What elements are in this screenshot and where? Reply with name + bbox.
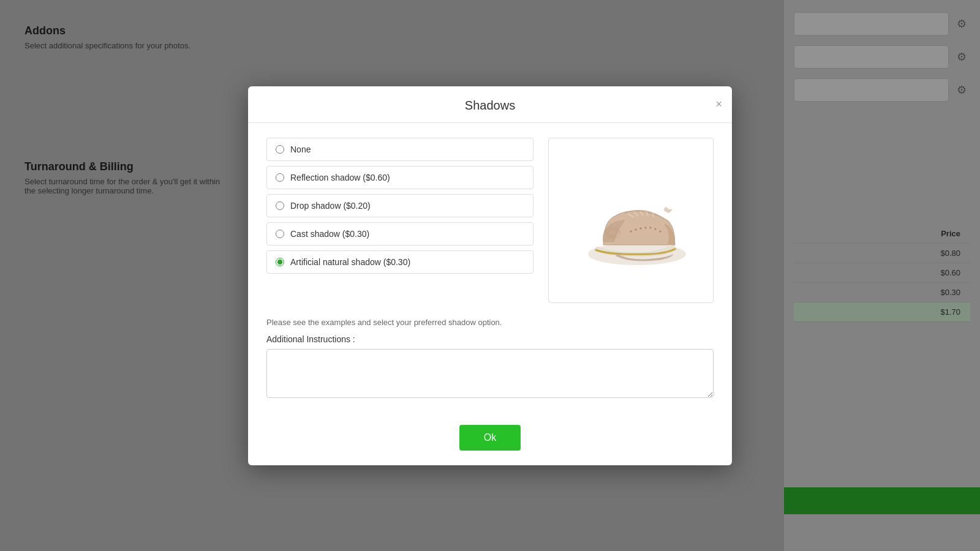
modal-body: None Reflection shadow ($0.60) Drop shad… (248, 123, 732, 415)
radio-drop[interactable] (276, 201, 284, 210)
option-drop[interactable]: Drop shadow ($0.20) (266, 194, 533, 217)
svg-line-7 (653, 212, 654, 217)
modal-header: Shadows × (248, 86, 732, 123)
option-artificial[interactable]: Artificial natural shadow ($0.30) (266, 250, 533, 274)
option-none[interactable]: None (266, 138, 533, 161)
svg-point-12 (650, 227, 652, 228)
option-none-label: None (290, 144, 311, 154)
option-artificial-label: Artificial natural shadow ($0.30) (290, 257, 410, 267)
option-cast-label: Cast shadow ($0.30) (290, 229, 369, 239)
svg-point-13 (655, 228, 657, 230)
svg-point-11 (645, 227, 647, 228)
shadow-options-panel: None Reflection shadow ($0.60) Drop shad… (266, 138, 533, 303)
additional-instructions-textarea[interactable] (266, 349, 714, 398)
radio-none[interactable] (276, 145, 284, 154)
modal-title: Shadows (465, 99, 515, 113)
ok-button[interactable]: Ok (459, 425, 521, 451)
shoe-svg (570, 159, 692, 282)
option-reflection[interactable]: Reflection shadow ($0.60) (266, 166, 533, 189)
modal-footer: Ok (248, 415, 732, 465)
option-drop-label: Drop shadow ($0.20) (290, 201, 371, 211)
svg-point-14 (660, 230, 662, 232)
shoe-preview-panel (548, 138, 714, 303)
radio-reflection[interactable] (276, 173, 284, 182)
additional-instructions-label: Additional Instructions : (266, 334, 714, 344)
svg-point-8 (630, 230, 632, 232)
option-reflection-label: Reflection shadow ($0.60) (290, 173, 390, 182)
option-cast[interactable]: Cast shadow ($0.30) (266, 222, 533, 246)
svg-point-10 (640, 227, 642, 229)
modal-overlay: Shadows × None Reflection shadow ($0.60) (0, 0, 980, 551)
svg-point-9 (635, 228, 637, 230)
radio-artificial[interactable] (276, 258, 284, 266)
info-text: Please see the examples and select your … (266, 318, 714, 327)
content-row: None Reflection shadow ($0.60) Drop shad… (266, 138, 714, 303)
radio-cast[interactable] (276, 230, 284, 238)
shadows-modal: Shadows × None Reflection shadow ($0.60) (248, 86, 732, 465)
close-button[interactable]: × (715, 99, 722, 110)
shoe-image (564, 153, 698, 288)
